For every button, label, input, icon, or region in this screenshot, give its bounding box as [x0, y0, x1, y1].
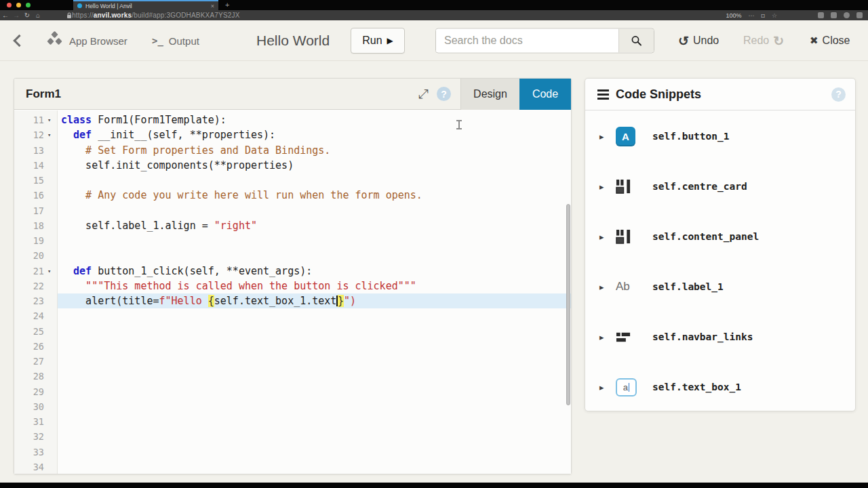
code-line[interactable]	[58, 384, 571, 399]
line-number[interactable]: 19	[14, 233, 57, 248]
app-browser-button[interactable]: App Browser	[45, 30, 127, 51]
tab-close-icon[interactable]: ×	[211, 3, 214, 9]
search-button[interactable]	[618, 28, 654, 52]
code-line[interactable]	[58, 203, 571, 218]
snippets-help-icon[interactable]: ?	[831, 87, 846, 102]
disclosure-triangle-icon[interactable]: ▸	[599, 182, 616, 192]
line-number[interactable]: 13	[14, 143, 57, 158]
back-icon[interactable]: ←	[0, 12, 11, 19]
code-line[interactable]	[58, 324, 571, 339]
line-number[interactable]: 16	[14, 188, 57, 203]
snippet-item[interactable]: ▸Aself.button_1	[585, 111, 855, 161]
code-line[interactable]	[58, 445, 571, 460]
window-zoom-icon[interactable]	[26, 3, 31, 7]
code-line[interactable]	[58, 233, 571, 248]
line-number[interactable]: 14	[14, 158, 57, 173]
line-number[interactable]: 30	[14, 399, 57, 414]
line-number[interactable]: 33	[14, 445, 57, 460]
fold-arrow-icon[interactable]: ▾	[47, 268, 57, 274]
tab-code[interactable]: Code	[519, 79, 571, 110]
snippet-item[interactable]: ▸self.content_panel	[585, 211, 855, 262]
code-line[interactable]: self.init_components(**properties)	[58, 158, 571, 173]
code-line[interactable]	[58, 173, 571, 188]
code-line[interactable]: """This method is called when the button…	[58, 279, 571, 293]
line-number[interactable]: 11▾	[14, 113, 57, 127]
snippet-item[interactable]: ▸Abself.label_1	[585, 262, 855, 312]
code-editor[interactable]: 11▾12▾131415161718192021▾222324252627282…	[14, 110, 571, 474]
line-number[interactable]: 23	[14, 293, 57, 308]
browser-tab[interactable]: Hello World | Anvil ×	[73, 0, 218, 10]
window-close-icon[interactable]	[7, 3, 12, 7]
refresh-icon[interactable]: ↻	[22, 12, 33, 19]
search-input[interactable]	[436, 28, 618, 52]
scrollbar-thumb[interactable]	[566, 204, 570, 405]
line-number[interactable]: 15	[14, 173, 57, 188]
back-chevron-icon[interactable]	[13, 34, 25, 46]
code-line[interactable]: self.label_1.align = "right"	[58, 218, 571, 233]
code-line[interactable]	[58, 354, 571, 369]
code-line[interactable]	[58, 414, 571, 429]
home-icon[interactable]: ⌂	[33, 12, 43, 19]
line-number[interactable]: 18	[14, 218, 57, 233]
line-number[interactable]: 31	[14, 414, 57, 429]
line-number[interactable]: 21▾	[14, 264, 57, 279]
window-minimize-icon[interactable]	[16, 3, 21, 7]
disclosure-triangle-icon[interactable]: ▸	[599, 382, 616, 392]
sidebar-icon[interactable]	[831, 12, 837, 18]
forward-icon[interactable]: →	[11, 12, 22, 19]
snippet-item[interactable]: ▸self.navbar_links	[585, 312, 855, 362]
code-line[interactable]	[58, 308, 571, 323]
output-button[interactable]: >_ Output	[152, 35, 199, 46]
code-line[interactable]: # Set Form properties and Data Bindings.	[58, 143, 571, 158]
code-line[interactable]	[58, 399, 571, 414]
code-line[interactable]: def button_1_click(self, **event_args):	[58, 264, 571, 279]
shield-icon[interactable]: ◘	[761, 12, 764, 19]
expand-icon[interactable]: ⤢	[418, 87, 429, 102]
code-line[interactable]: class Form1(Form1Template):	[58, 113, 571, 127]
code-line[interactable]	[58, 369, 571, 384]
code-line[interactable]: def __init__(self, **properties):	[58, 127, 571, 142]
disclosure-triangle-icon[interactable]: ▸	[599, 131, 616, 142]
menu-icon[interactable]	[856, 12, 863, 18]
code-line[interactable]: alert(title=f"Hello {self.text_box_1.tex…	[58, 293, 571, 308]
zoom-level[interactable]: 100%	[726, 12, 741, 19]
line-number[interactable]: 32	[14, 429, 57, 444]
url-text[interactable]: https://anvil.works/build#app:3GODHABKXA…	[72, 12, 240, 19]
line-number[interactable]: 29	[14, 384, 57, 399]
undo-button[interactable]: ↺ Undo	[678, 33, 719, 48]
snippet-item[interactable]: ▸self.centre_card	[585, 161, 855, 211]
extension-icon[interactable]	[818, 12, 824, 18]
run-button[interactable]: Run ▶	[351, 28, 405, 54]
disclosure-triangle-icon[interactable]: ▸	[599, 232, 616, 242]
fold-arrow-icon[interactable]: ▾	[47, 131, 57, 138]
line-number[interactable]: 34	[14, 460, 57, 474]
snippet-item[interactable]: ▸aself.text_box_1	[585, 362, 855, 412]
code-line[interactable]	[58, 248, 571, 263]
code-line[interactable]	[58, 429, 571, 444]
code-line[interactable]: # Any code you write here will run when …	[58, 188, 571, 203]
code-line[interactable]	[58, 339, 571, 354]
code-lines[interactable]: class Form1(Form1Template): def __init__…	[58, 110, 571, 474]
profile-icon[interactable]	[844, 12, 850, 18]
close-button[interactable]: ✖ Close	[810, 35, 850, 47]
line-number[interactable]: 12▾	[14, 127, 57, 142]
disclosure-triangle-icon[interactable]: ▸	[599, 282, 616, 292]
tab-design[interactable]: Design	[460, 79, 519, 110]
line-number[interactable]: 24	[14, 308, 57, 323]
code-line[interactable]	[58, 460, 571, 474]
line-number[interactable]: 20	[14, 248, 57, 263]
help-icon[interactable]: ?	[437, 87, 451, 101]
line-number[interactable]: 26	[14, 339, 57, 354]
line-number[interactable]: 25	[14, 324, 57, 339]
line-number[interactable]: 27	[14, 354, 57, 369]
new-tab-icon[interactable]: +	[225, 1, 229, 9]
line-number[interactable]: 22	[14, 279, 57, 293]
editor-scrollbar[interactable]	[565, 110, 571, 474]
line-number[interactable]: 28	[14, 369, 57, 384]
fold-arrow-icon[interactable]: ▾	[47, 117, 57, 123]
more-icon[interactable]: ⋯	[748, 12, 754, 19]
redo-button[interactable]: Redo ↻	[743, 33, 784, 48]
disclosure-triangle-icon[interactable]: ▸	[599, 332, 616, 342]
bookmark-star-icon[interactable]: ☆	[772, 12, 777, 19]
line-number[interactable]: 17	[14, 203, 57, 218]
